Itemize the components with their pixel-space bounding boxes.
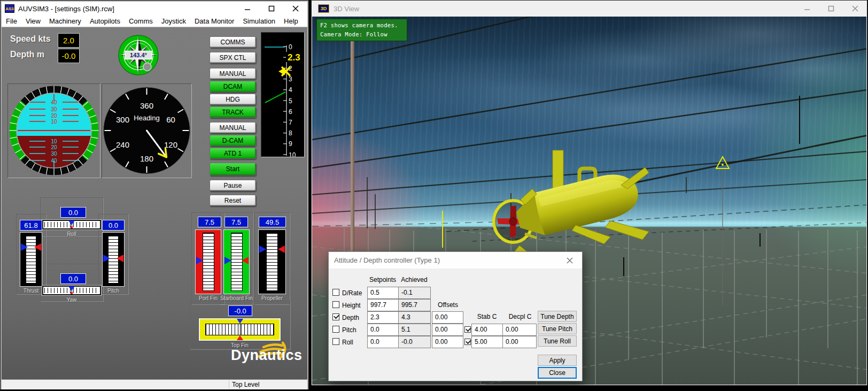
- tune-depth-button[interactable]: Tune Depth: [538, 311, 577, 322]
- pitch-gauge-label: Pitch: [99, 288, 128, 294]
- port-fin-gauge[interactable]: [195, 229, 221, 294]
- pitch-achieved: 5.1: [398, 324, 431, 336]
- svg-text:40: 40: [51, 158, 57, 164]
- drate-achieved: -0.1: [398, 287, 431, 299]
- depth-achieved: 4.3: [398, 311, 431, 324]
- depth-checkbox[interactable]: [332, 313, 339, 320]
- attitude-depth-dialog: Attitude / Depth controller (Type 1) Set…: [328, 251, 583, 381]
- roll-decpl-field[interactable]: 0.00: [502, 336, 537, 348]
- manual-1-button[interactable]: MANUAL: [210, 68, 256, 79]
- pitch-stab-field[interactable]: 4.00: [471, 324, 503, 336]
- overlay-line2: Camera Mode: Follow: [320, 30, 404, 39]
- camera-mode-overlay: F2 shows camera modes. Camera Mode: Foll…: [316, 19, 407, 41]
- propeller-gauge[interactable]: [258, 229, 286, 294]
- apply-button[interactable]: Apply: [538, 355, 577, 366]
- atd-1-button[interactable]: ATD 1: [210, 148, 256, 159]
- roll-slider[interactable]: [42, 220, 101, 229]
- pitch-checkbox[interactable]: [332, 326, 339, 333]
- track-button[interactable]: TRACK: [210, 106, 256, 118]
- menu-file[interactable]: File: [2, 17, 21, 25]
- close-button[interactable]: [283, 2, 307, 16]
- height-achieved: 995.7: [398, 299, 431, 311]
- depth-offset-field[interactable]: 0.00: [432, 311, 463, 324]
- roll-gauge-label: Roll: [42, 231, 101, 237]
- pitch-setpoint-field[interactable]: 0.0: [367, 324, 399, 336]
- height-setpoint-field[interactable]: 997.7: [367, 299, 399, 311]
- view3d-minimize-button[interactable]: [795, 1, 819, 17]
- thrust-value: 61.8: [20, 220, 42, 231]
- view3d-close-button[interactable]: [843, 1, 867, 17]
- reset-button[interactable]: Reset: [210, 195, 256, 206]
- close-button[interactable]: Close: [538, 367, 577, 379]
- auvsim-window: AS3 AUVSIM3 - [settings (SIM).rcw] File …: [0, 0, 309, 390]
- minimize-button[interactable]: [235, 2, 259, 16]
- menu-simulation[interactable]: Simulation: [238, 17, 280, 25]
- drate-setpoint-field[interactable]: 0.5: [367, 287, 399, 299]
- thrust-gauge[interactable]: [20, 232, 42, 287]
- height-checkbox[interactable]: [332, 301, 339, 308]
- maximize-icon: [828, 5, 834, 12]
- tune-pitch-button[interactable]: Tune Pitch: [538, 323, 577, 334]
- depth-setpoint-field[interactable]: 2.3: [367, 311, 399, 324]
- roll-stab-field[interactable]: 5.00: [471, 336, 503, 348]
- maximize-button[interactable]: [259, 2, 283, 16]
- tune-roll-button[interactable]: Tune Roll: [538, 335, 577, 347]
- height-label: Height: [342, 302, 361, 309]
- menu-view[interactable]: View: [21, 17, 45, 25]
- propeller-value: 49.5: [259, 217, 286, 227]
- pitch-decpl-field[interactable]: 0.00: [502, 324, 537, 336]
- top-fin-value: -0.0: [228, 305, 252, 316]
- start-button[interactable]: Start: [210, 163, 256, 175]
- roll-setpoint-field[interactable]: 0.0: [367, 336, 399, 348]
- yaw-slider[interactable]: [42, 286, 101, 295]
- depth-tick-label: 9: [289, 140, 292, 148]
- drate-checkbox[interactable]: [332, 289, 339, 296]
- menu-autopilots[interactable]: Autopilots: [86, 17, 125, 25]
- roll-stab-checkbox[interactable]: [464, 339, 471, 345]
- menu-data-monitor[interactable]: Data Monitor: [190, 17, 238, 25]
- spx-ctl-button[interactable]: SPX CTL: [210, 52, 256, 63]
- auvsim-titlebar[interactable]: AS3 AUVSIM3 - [settings (SIM).rcw]: [2, 2, 307, 16]
- depth-tick-label: 4: [289, 86, 292, 94]
- svg-text:60: 60: [166, 115, 175, 124]
- close-icon: [852, 5, 858, 12]
- menu-bar: File View Machinery Autopilots Comms Joy…: [2, 16, 307, 27]
- comms-button[interactable]: COMMS: [210, 36, 256, 48]
- auvsim-app-icon: AS3: [5, 4, 14, 13]
- starboard-fin-gauge[interactable]: [223, 229, 250, 294]
- auv-model: [494, 150, 649, 263]
- depth-tick-label: 6: [289, 108, 292, 116]
- pitch-stab-checkbox[interactable]: [464, 326, 471, 333]
- depth-tick-label: 0: [289, 43, 292, 51]
- pitch-offset-field[interactable]: 0.00: [432, 324, 463, 336]
- depth-chart-value: 2.3: [288, 52, 300, 63]
- d-cam-button[interactable]: D-CAM: [210, 135, 256, 146]
- dynautics-logo-text: Dynautics: [231, 347, 303, 364]
- auv-mast: [553, 150, 563, 190]
- dialog-title: Attitude / Depth controller (Type 1): [334, 256, 440, 264]
- roll-offset-field[interactable]: 0.00: [432, 336, 463, 348]
- attitude-indicator: 40 30 20 10 10 20 30 40: [8, 84, 100, 178]
- speed-readout: 2.0: [58, 33, 80, 48]
- pitch-gauge[interactable]: [102, 232, 125, 287]
- dcam-button[interactable]: DCAM: [210, 81, 256, 92]
- decpl-c-header: Decpl C: [503, 313, 537, 320]
- menu-help[interactable]: Help: [280, 17, 303, 25]
- view3d-window-title: 3D View: [334, 5, 359, 13]
- menu-comms[interactable]: Comms: [125, 17, 157, 25]
- compass-knob[interactable]: [143, 63, 151, 71]
- starboard-fin-value: 7.5: [224, 217, 248, 227]
- svg-text:120: 120: [164, 140, 177, 149]
- roll-checkbox[interactable]: [332, 338, 339, 345]
- manual-2-button[interactable]: MANUAL: [210, 122, 256, 133]
- menu-joystick[interactable]: Joystick: [157, 17, 190, 25]
- menu-machinery[interactable]: Machinery: [45, 17, 86, 25]
- view3d-titlebar[interactable]: 3D 3D View: [312, 1, 867, 17]
- pause-button[interactable]: Pause: [210, 180, 256, 191]
- dialog-close-button[interactable]: [557, 252, 582, 269]
- hdg-button[interactable]: HDG: [210, 94, 256, 105]
- speed-label: Speed kts: [10, 34, 51, 44]
- view3d-maximize-button[interactable]: [819, 1, 843, 17]
- dialog-titlebar[interactable]: Attitude / Depth controller (Type 1): [329, 252, 582, 269]
- top-fin-gauge[interactable]: [199, 318, 281, 341]
